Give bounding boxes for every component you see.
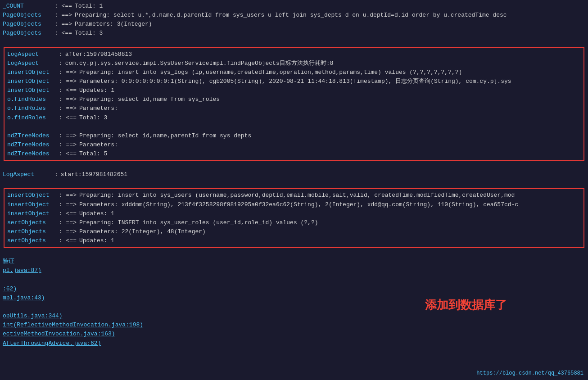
log-sep: : <== — [59, 86, 77, 95]
log-text: after:1597981458813 — [65, 50, 132, 59]
log-label: PageObjects — [3, 29, 54, 38]
log-label: sertObjects — [7, 218, 59, 227]
log-text: Preparing: insert into sys_logs (ip,user… — [79, 68, 462, 77]
log-sep: : <== — [59, 113, 77, 122]
log-line: :62) — [0, 285, 588, 294]
log-label: LogAspect — [7, 50, 59, 59]
highlighted-box-2: insertObject : ==> Preparing: insert int… — [4, 188, 584, 248]
log-line: sertObjects : <== Updates: 1 — [5, 236, 583, 245]
log-line: insertObject : ==> Parameters: 0:0:0:0:0… — [5, 77, 583, 86]
log-text: Parameters: 3(Integer) — [75, 20, 152, 29]
log-link[interactable]: pl.java:87) — [3, 266, 41, 275]
log-text: Preparing: select id,name from sys_roles — [79, 95, 220, 104]
log-text: Total: 1 — [75, 2, 103, 11]
log-sep: : ==> — [59, 131, 77, 140]
log-sep: : ==> — [54, 20, 72, 29]
log-sep: : <== — [59, 149, 77, 158]
log-label: PageObjects — [3, 20, 54, 29]
log-sep: : ==> — [59, 191, 77, 200]
log-sep: : — [54, 170, 58, 179]
log-line: o.findRoles : <== Total: 3 — [5, 113, 583, 122]
log-sep: : ==> — [59, 77, 77, 86]
log-label: o.findRoles — [7, 113, 59, 122]
log-line: pl.java:87) — [0, 266, 588, 275]
gap — [0, 38, 588, 45]
log-label: ndZTreeNodes — [7, 131, 59, 140]
log-line: ndZTreeNodes : <== Total: 5 — [5, 149, 583, 158]
log-text: Preparing: select u.*,d.name,d.parentId … — [75, 11, 507, 20]
log-text: com.cy.pj.sys.service.impl.SysUserServic… — [65, 59, 333, 68]
log-line: PageObjects : <== Total: 3 — [0, 29, 588, 38]
footer-link[interactable]: https://blog.csdn.net/qq_43765881 — [476, 370, 583, 376]
log-line: LogAspect : start:1597981482651 — [0, 170, 588, 179]
log-link[interactable]: AfterThrowingAdvice.java:62) — [3, 339, 101, 348]
log-line: insertObject : ==> Preparing: insert int… — [5, 191, 583, 200]
log-line: insertObject : ==> Preparing: insert int… — [5, 68, 583, 77]
log-text: Parameters: xdddmm(String), 213f4f325829… — [79, 200, 518, 209]
log-text: Total: 5 — [79, 149, 107, 158]
log-text: Updates: 1 — [79, 236, 114, 245]
log-label: ndZTreeNodes — [7, 149, 59, 158]
log-text: Updates: 1 — [79, 86, 114, 95]
log-text: Preparing: select id,name,parentId from … — [79, 131, 251, 140]
log-line: o.findRoles : ==> Parameters: — [5, 104, 583, 113]
log-line: insertObject : ==> Parameters: xdddmm(St… — [5, 200, 583, 209]
log-sep: : <== — [54, 2, 72, 11]
log-label: _COUNT — [3, 2, 54, 11]
gap — [0, 164, 588, 170]
log-line: _COUNT : <== Total: 1 — [0, 2, 588, 11]
log-text: Total: 3 — [75, 29, 103, 38]
log-line: insertObject : <== Updates: 1 — [5, 209, 583, 218]
annotation-text: 添加到数据库了 — [425, 297, 507, 313]
log-link[interactable]: :62) — [3, 285, 17, 294]
log-sep: : — [59, 50, 63, 59]
log-sep: : ==> — [59, 95, 77, 104]
log-label: LogAspect — [7, 59, 59, 68]
log-sep: : <== — [59, 209, 77, 218]
gap — [0, 179, 588, 185]
log-label: insertObject — [7, 200, 59, 209]
log-line-empty — [0, 276, 588, 285]
log-line: LogAspect : after:1597981458813 — [5, 50, 583, 59]
log-label: insertObject — [7, 86, 59, 95]
log-label: sertObjects — [7, 236, 59, 245]
log-sep: : <== — [54, 29, 72, 38]
log-link[interactable]: ectiveMethodInvocation.java:163) — [3, 330, 115, 339]
log-link[interactable]: opUtils.java:344) — [3, 312, 63, 321]
log-label: o.findRoles — [7, 104, 59, 113]
log-line: sertObjects : ==> Preparing: INSERT into… — [5, 218, 583, 227]
log-line: LogAspect : com.cy.pj.sys.service.impl.S… — [5, 59, 583, 68]
log-line: ndZTreeNodes : ==> Parameters: — [5, 140, 583, 149]
log-sep: : ==> — [59, 68, 77, 77]
log-text: Total: 3 — [79, 113, 107, 122]
log-line: insertObject : <== Updates: 1 — [5, 86, 583, 95]
log-sep: : — [59, 59, 63, 68]
log-line: PageObjects : ==> Parameters: 3(Integer) — [0, 20, 588, 29]
log-text: Parameters: 22(Integer), 48(Integer) — [79, 227, 206, 236]
log-line: ectiveMethodInvocation.java:163) — [0, 330, 588, 339]
log-sep: : ==> — [54, 11, 72, 20]
log-link[interactable]: mpl.java:43) — [3, 294, 45, 303]
log-line: AfterThrowingAdvice.java:62) — [0, 339, 588, 348]
log-line-empty — [5, 122, 583, 131]
log-label: LogAspect — [3, 170, 54, 179]
log-line: 验证 — [0, 257, 588, 266]
log-line: sertObjects : ==> Parameters: 22(Integer… — [5, 227, 583, 236]
log-text: Parameters: — [79, 104, 118, 113]
log-line: PageObjects : ==> Preparing: select u.*,… — [0, 11, 588, 20]
log-link[interactable]: int(ReflectiveMethodInvocation.java:198) — [3, 321, 143, 330]
log-text: Updates: 1 — [79, 209, 114, 218]
log-line: ndZTreeNodes : ==> Preparing: select id,… — [5, 131, 583, 140]
log-label: sertObjects — [7, 227, 59, 236]
log-label: insertObject — [7, 68, 59, 77]
log-text: Parameters: — [79, 140, 118, 149]
log-text: Preparing: insert into sys_users (userna… — [79, 191, 515, 200]
log-text: Parameters: 0:0:0:0:0:0:0:1(String), cgb… — [79, 77, 511, 86]
log-sep: : ==> — [59, 227, 77, 236]
log-label: ndZTreeNodes — [7, 140, 59, 149]
log-sep: : <== — [59, 236, 77, 245]
log-label: insertObject — [7, 191, 59, 200]
log-line: int(ReflectiveMethodInvocation.java:198) — [0, 321, 588, 330]
log-label: 验证 — [3, 257, 54, 266]
log-label: PageObjects — [3, 11, 54, 20]
